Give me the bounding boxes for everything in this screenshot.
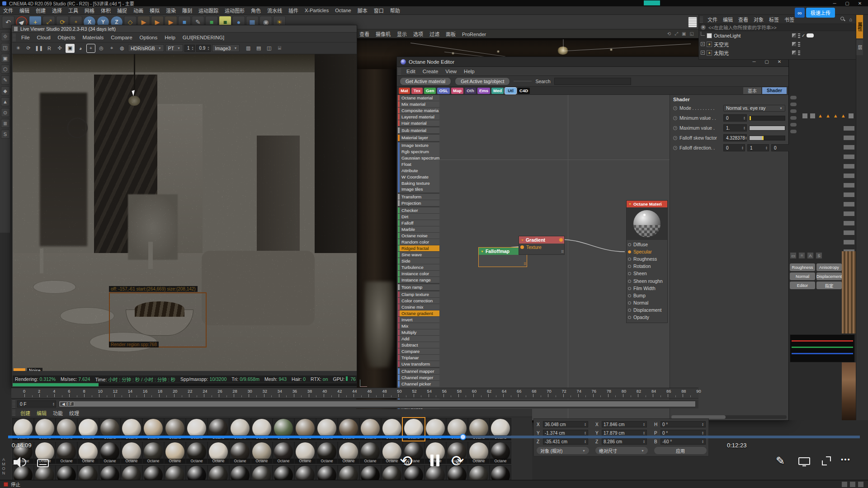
node-type-item[interactable]: Composite materia	[398, 108, 439, 113]
viewport-view-icon[interactable]: ⟲	[667, 31, 671, 37]
grid-icon[interactable]: ⌸	[275, 44, 284, 53]
material-thumbnail[interactable]: Octane	[208, 465, 229, 480]
node-category-tab[interactable]: C4D	[518, 88, 530, 94]
node-octane-material[interactable]: ▼Octane Materi DiffuseSpecularRoughnessR…	[626, 200, 668, 323]
channel-button[interactable]: Anisotropy	[816, 263, 842, 271]
channel-button[interactable]: Displacement	[816, 272, 842, 280]
home-icon[interactable]: ⌂	[849, 17, 852, 22]
viewport-menu-item[interactable]: 显示	[394, 32, 410, 37]
viewport-menu-item[interactable]: 查看	[356, 32, 373, 37]
node-type-item[interactable]: Dirt	[398, 214, 439, 220]
passes-icon[interactable]: ▤	[254, 44, 263, 53]
gradient-knots-row[interactable]: ▲▲▲▲	[802, 113, 854, 118]
material-thumbnail[interactable]: Octane	[229, 465, 251, 480]
minimize-button[interactable]: ─	[828, 1, 841, 6]
size-field[interactable]: Z8.286 cm▲▼	[595, 438, 647, 445]
output-port[interactable]	[559, 238, 563, 242]
live-viewer-titlebar[interactable]: Live Viewer Studio 2020.2.3-R3 (34 days …	[12, 25, 357, 33]
frame-marker[interactable]: ◀0 F	[60, 402, 74, 406]
apply-button[interactable]: 应用	[654, 447, 707, 454]
node-type-item[interactable]: Gaussian spectrum	[398, 155, 439, 160]
material-input-row[interactable]: Bump	[627, 292, 667, 299]
material-input-row[interactable]: Normal	[627, 300, 667, 307]
input-port[interactable]	[628, 301, 631, 305]
menu-item[interactable]: 帮助	[387, 7, 403, 14]
focus-pick-icon[interactable]: ✣	[55, 44, 64, 53]
node-gradient[interactable]: ▼Gradient Texture ⠿	[519, 236, 565, 255]
edges-mode-icon[interactable]: ◆	[1, 86, 10, 95]
snap-icon[interactable]: S	[1, 130, 10, 139]
live-viewer-menu-item[interactable]: Options	[136, 35, 161, 40]
input-port[interactable]	[628, 316, 631, 319]
node-type-item[interactable]: Octane gradient	[398, 310, 439, 316]
fullscreen-icon[interactable]	[822, 456, 831, 465]
mode-dropdown[interactable]: Normal vs. eye ray▼	[723, 105, 785, 112]
viewport-menu-item[interactable]: 过滤	[426, 32, 443, 37]
max-value-slider[interactable]	[749, 126, 785, 131]
menu-item[interactable]: 网格	[81, 7, 98, 14]
material-thumbnail[interactable]: Octane	[99, 465, 121, 480]
menu-item[interactable]: 动画	[130, 7, 146, 14]
lock-resolution-icon[interactable]: ▣	[66, 44, 75, 53]
viewport-menu-item[interactable]: 面板	[443, 32, 459, 37]
workplane-icon[interactable]: ⬡	[1, 65, 10, 74]
menu-item[interactable]: 工具	[65, 7, 81, 14]
material-thumbnail[interactable]: Octane	[56, 441, 77, 464]
node-type-item[interactable]: Marble	[398, 226, 439, 232]
material-thumbnail[interactable]: Octane	[425, 465, 446, 480]
om-search-bar[interactable]: ✕ <<在此输入你所搜索的字符串>>	[699, 23, 856, 31]
timeline-scrollbar[interactable]: ◀0 F	[59, 401, 696, 407]
node-type-item[interactable]: Image tiles	[398, 186, 439, 192]
kernel-dropdown[interactable]: PT▼	[165, 44, 183, 52]
tab-layers[interactable]: 层	[856, 40, 863, 55]
maximize-button[interactable]: ▢	[841, 1, 854, 6]
menu-item[interactable]: 创建	[33, 7, 49, 14]
input-port[interactable]	[628, 287, 631, 290]
node-type-item[interactable]: Baking texture	[398, 180, 439, 186]
material-thumbnail[interactable]: Octane	[359, 441, 381, 464]
expand-icon[interactable]: +	[701, 42, 705, 46]
viewport-menu-item[interactable]: ProRender	[459, 32, 489, 37]
skew-slider[interactable]	[749, 136, 785, 141]
menu-item[interactable]: 渲染	[163, 7, 179, 14]
node-type-item[interactable]: Material layer	[398, 135, 439, 141]
settings-icon[interactable]: ✳	[14, 44, 23, 53]
video-progress-knob[interactable]	[460, 434, 466, 440]
samples-stepper[interactable]: 1▲▼	[184, 45, 195, 52]
layers-icon[interactable]: ▥	[244, 44, 253, 53]
dir-y-field[interactable]: 1▲▼	[747, 144, 769, 151]
rotation-field[interactable]: P0 °▲▼	[654, 430, 706, 436]
compare-icon[interactable]: ◫	[264, 44, 274, 53]
object-row[interactable]: +☀ 太阳光	[699, 48, 856, 57]
menu-item[interactable]: 模拟	[146, 7, 163, 14]
pass-dropdown[interactable]: Image3▼	[212, 44, 240, 52]
menu-item[interactable]: 角色	[248, 7, 264, 14]
node-type-item[interactable]: Channel picker	[398, 381, 439, 387]
mini-icon[interactable]: ▭	[790, 252, 797, 259]
node-type-item[interactable]: Instance range	[398, 277, 439, 283]
node-type-item[interactable]: Uvw transform	[398, 361, 439, 367]
input-port[interactable]	[628, 272, 631, 275]
node-type-item[interactable]: Image texture	[398, 142, 439, 148]
polygons-mode-icon[interactable]: ▲	[1, 97, 10, 106]
input-port[interactable]	[520, 245, 524, 249]
size-field[interactable]: Y17.879 cm▲▼	[595, 430, 647, 436]
clear-search-icon[interactable]: ✕	[701, 25, 706, 30]
menu-item[interactable]: 体积	[98, 7, 114, 14]
material-thumbnail[interactable]: Octane	[359, 465, 381, 480]
material-thumbnail[interactable]: Octane	[338, 465, 359, 480]
menu-item[interactable]: 流水线	[264, 7, 285, 14]
node-type-item[interactable]: Octane noise	[398, 233, 439, 239]
om-menu-item[interactable]: 文件	[705, 16, 720, 23]
input-port[interactable]	[628, 294, 631, 297]
menu-item[interactable]: X-Particles	[302, 8, 332, 13]
material-thumbnail[interactable]: Octane	[251, 441, 273, 464]
material-thumbnail[interactable]: Octane	[468, 465, 490, 480]
channel-button[interactable]: Roughness	[790, 263, 815, 271]
min-value-slider[interactable]	[749, 116, 785, 121]
node-type-item[interactable]: Turbulence	[398, 264, 439, 270]
position-field[interactable]: Z-35.431 cm▲▼	[537, 438, 588, 445]
material-thumbnail[interactable]: Octane	[121, 465, 142, 480]
rotation-field[interactable]: B-60 °▲▼	[654, 438, 706, 445]
material-manager-tab[interactable]: 编辑	[33, 409, 50, 417]
